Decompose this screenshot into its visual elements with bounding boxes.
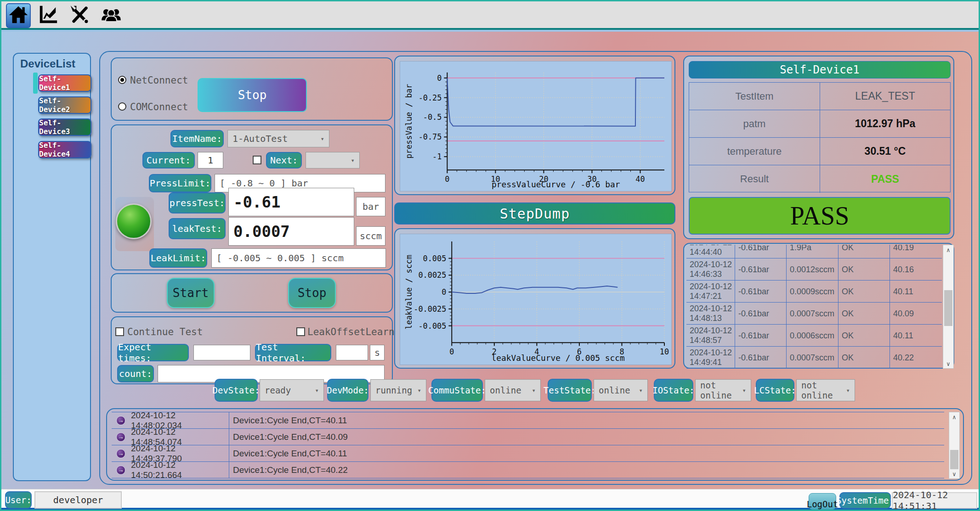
next-checkbox[interactable] [253, 156, 261, 164]
info-label: TestItem [689, 83, 820, 110]
cell-status: OK [838, 347, 890, 369]
svg-text:pressValueCurve / -0.6 bar: pressValueCurve / -0.6 bar [492, 180, 620, 189]
users-nav-button[interactable] [96, 3, 126, 28]
log-time: 2024-10-12 14:50:21.664 [125, 460, 229, 480]
cell-ct: 40.11 [890, 325, 942, 347]
pass-indicator: PASS [689, 197, 951, 235]
svg-text:pressValue / bar: pressValue / bar [404, 84, 414, 159]
info-label: patm [689, 110, 820, 137]
svg-text:leakValueCurve / 0.005 sccm: leakValueCurve / 0.005 sccm [492, 353, 625, 363]
scroll-up-icon[interactable]: ∧ [949, 412, 959, 421]
next-dropdown[interactable]: ▾ [306, 152, 360, 168]
dropdown-arrow-icon: ▾ [418, 387, 421, 394]
home-icon [8, 4, 29, 27]
scrollbar-thumb[interactable] [944, 290, 952, 326]
log-arrow-icon: → [116, 466, 125, 475]
cycle-options-panel: Continue Test LeakOffsetLearn Expect tim… [111, 316, 393, 384]
scroll-up-icon[interactable]: ∧ [943, 245, 953, 254]
svg-text:0: 0 [437, 73, 442, 83]
device-selected-indicator [33, 73, 38, 94]
net-connect-label: NetConnect [130, 75, 188, 86]
leak-chart-panel: 0.0050.00250-0.0025-0.0050246810leakValu… [394, 228, 675, 369]
cell-ct: 40.22 [890, 347, 942, 369]
device-info-table: TestItem LEAK_TEST patm 1012.97 hPa temp… [689, 82, 951, 192]
test-interval-input[interactable] [336, 345, 368, 360]
log-scrollbar[interactable]: ∧ ∨ [949, 412, 960, 479]
status-lamp-green [116, 203, 152, 239]
svg-text:-1: -1 [432, 152, 442, 161]
sidebar-item-device4[interactable]: Self-Device4 [38, 141, 91, 158]
info-label: temperature [689, 138, 820, 165]
continue-test-checkbox[interactable] [115, 327, 124, 336]
dev-mode-dropdown[interactable]: running▾ [370, 379, 426, 401]
leak-offset-checkbox[interactable] [296, 327, 305, 336]
test-state-label: TestState: [548, 379, 592, 402]
expect-times-input[interactable] [193, 345, 250, 360]
user-label: User: [5, 491, 32, 509]
log-arrow-icon: → [116, 449, 125, 458]
dev-state-dropdown[interactable]: ready▾ [260, 379, 324, 401]
device-list-panel: DeviceList Self-Device1 Self-Device2 Sel… [13, 53, 91, 481]
list-item: → 2024-10-12 14:48:02.034 Device1:Cycle … [112, 412, 944, 429]
info-value: LEAK_TEST [820, 83, 950, 110]
cell-ct: 40.16 [890, 258, 942, 281]
cell-time: 14:48:13 [690, 314, 735, 323]
table-row: 2024-10-1214:46:33 -0.61bar 0.0012sccm O… [686, 258, 942, 281]
connect-panel: NetConnect COMConnect Stop [111, 57, 393, 121]
cell-press: -0.61bar [735, 347, 787, 369]
commu-state-dropdown[interactable]: online▾ [485, 379, 541, 401]
leak-limit-field[interactable]: [ -0.005 ~ 0.005 ] sccm [211, 248, 386, 268]
item-name-dropdown[interactable]: 1-AutoTest ▾ [227, 130, 329, 147]
svg-text:-0.25: -0.25 [419, 93, 442, 102]
cell-press: -0.61bar [735, 281, 787, 303]
next-label: Next: [266, 152, 302, 168]
scroll-down-icon[interactable]: ∨ [943, 359, 953, 368]
net-connect-radio[interactable] [118, 76, 126, 84]
sidebar-item-device3[interactable]: Self-Device3 [38, 118, 91, 136]
stop-button[interactable]: Stop [288, 278, 336, 308]
cell-leak: 0.0006sccm [787, 325, 838, 347]
scrollbar-thumb[interactable] [950, 450, 958, 469]
info-value: 30.51 °C [820, 138, 950, 165]
dropdown-arrow-icon: ▾ [315, 387, 319, 394]
logout-button[interactable]: LogOut [809, 493, 836, 510]
test-state-value: online [599, 385, 630, 395]
cell-status: OK [838, 325, 890, 347]
current-input[interactable]: 1 [198, 152, 223, 168]
step-dump-button[interactable]: StepDump [394, 202, 675, 225]
io-state-dropdown[interactable]: not online▾ [695, 379, 751, 401]
com-connect-label: COMConnect [130, 101, 188, 112]
chart-icon [37, 4, 58, 27]
press-curve-chart: 0-0.25-0.5-0.75-1010203040pressValue / b… [400, 61, 672, 191]
dev-state-value: ready [265, 385, 291, 395]
cell-ct: 40.19 [890, 245, 942, 258]
commu-state-label: CommuState: [431, 379, 483, 402]
com-connect-radio[interactable] [118, 102, 126, 111]
results-scrollbar[interactable]: ∧ ∨ [943, 245, 954, 369]
start-button[interactable]: Start [167, 278, 215, 308]
cell-ct: 40.09 [890, 303, 942, 325]
dropdown-arrow-icon: ▾ [321, 135, 324, 142]
info-row-temperature: temperature 30.51 °C [689, 138, 950, 165]
log-message: Device1:Cycle End,CT=40.22 [229, 465, 348, 475]
table-row: 2024-10-1214:48:13 -0.61bar 0.0007sccm O… [686, 303, 942, 325]
scroll-down-icon[interactable]: ∨ [949, 469, 959, 478]
current-label: Current: [142, 152, 195, 168]
table-row: 2024-10-1214:48:57 -0.61bar 0.0006sccm O… [686, 325, 942, 347]
settings-nav-button[interactable] [67, 3, 93, 28]
sidebar-item-device1[interactable]: Self-Device1 [38, 74, 91, 92]
toolbar [1, 1, 979, 30]
cell-status: OK [838, 245, 890, 258]
test-state-dropdown[interactable]: online▾ [594, 379, 648, 401]
sidebar-item-device2[interactable]: Self-Device2 [38, 96, 91, 114]
chart-nav-button[interactable] [35, 3, 60, 28]
home-button[interactable] [6, 3, 31, 28]
connection-stop-button[interactable]: Stop [198, 78, 307, 112]
lc-state-dropdown[interactable]: not online▾ [796, 379, 855, 401]
leak-limit-label: LeakLimit: [149, 248, 207, 268]
cell-time: 14:44:40 [690, 247, 735, 257]
press-unit-box: bar [356, 197, 385, 216]
item-name-label: ItemName: [170, 130, 224, 147]
cell-leak: 1.9Pa [787, 245, 838, 258]
user-value: developer [34, 491, 122, 509]
